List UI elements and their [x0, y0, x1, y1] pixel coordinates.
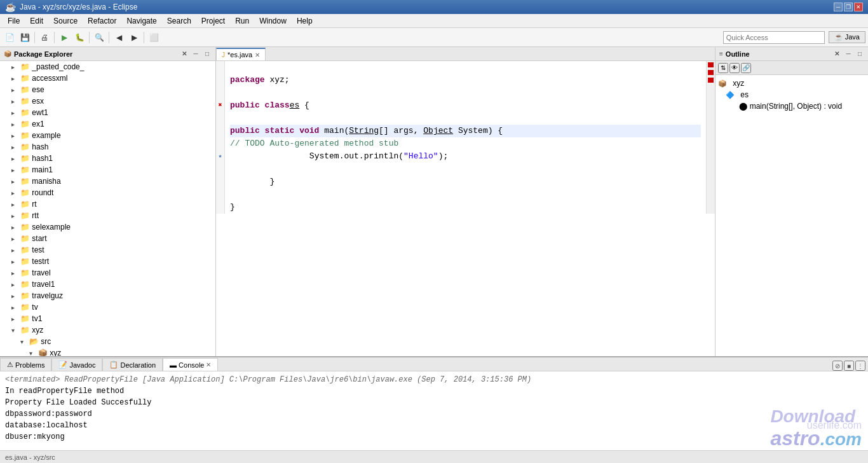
- title-bar-controls[interactable]: ─ ❐ ✕: [834, 3, 863, 11]
- outline-tree[interactable]: 📦 xyz🔷 es ⬤ main(String[], Object) : voi…: [715, 75, 868, 356]
- tree-item[interactable]: ▾📂 src: [0, 336, 215, 347]
- tree-item[interactable]: ▸📁 test: [0, 244, 215, 256]
- restore-button[interactable]: ❐: [844, 3, 853, 11]
- outline-item[interactable]: 📦 xyz: [718, 78, 865, 89]
- menu-search[interactable]: Search: [162, 15, 196, 27]
- package-explorer-tree[interactable]: ▸📁 _pasted_code_▸📁 accessxml▸📁 ese▸📁 esx…: [0, 61, 215, 356]
- close-outline-button[interactable]: ✕: [832, 50, 841, 59]
- code-line[interactable]: package xyz;: [230, 74, 701, 86]
- code-line[interactable]: public static void main(String[] args, O…: [230, 125, 701, 137]
- outline-link-button[interactable]: 🔗: [741, 63, 751, 73]
- editor-tab-es-java[interactable]: J *es.java ✕: [216, 48, 266, 60]
- tree-item[interactable]: ▸📁 _pasted_code_: [0, 61, 215, 73]
- code-line[interactable]: [230, 86, 701, 99]
- back-button[interactable]: ◀: [112, 31, 126, 45]
- toolbar-sep-5: [144, 32, 144, 43]
- tree-item[interactable]: ▸📁 tv: [0, 301, 215, 313]
- console-options-button[interactable]: ⋮: [855, 361, 865, 371]
- tree-item[interactable]: ▸📁 selexample: [0, 221, 215, 233]
- code-line[interactable]: [230, 163, 701, 176]
- save-button[interactable]: 💾: [18, 31, 32, 45]
- code-line[interactable]: [230, 112, 701, 125]
- tree-item[interactable]: ▸📁 main1: [0, 164, 215, 176]
- code-line[interactable]: System.out.println("Hello");: [230, 150, 701, 163]
- tree-item[interactable]: ▸📁 travelguz: [0, 290, 215, 301]
- tree-item[interactable]: ▸📁 travel: [0, 267, 215, 279]
- menu-project[interactable]: Project: [196, 15, 230, 27]
- tree-item[interactable]: ▸📁 testrt: [0, 256, 215, 267]
- menu-help[interactable]: Help: [292, 15, 318, 27]
- editor-content[interactable]: ✖★ package xyz; public class es { public…: [216, 61, 715, 356]
- tree-item[interactable]: ▸📁 ex1: [0, 118, 215, 130]
- console-toolbar: ⊘ ■ ⋮: [832, 361, 868, 371]
- console-close-button[interactable]: ✕: [206, 361, 211, 368]
- menu-file[interactable]: File: [3, 15, 25, 27]
- line-marker: [216, 125, 224, 137]
- tree-item[interactable]: ▸📁 ewt1: [0, 107, 215, 118]
- menu-refactor[interactable]: Refactor: [83, 15, 121, 27]
- tree-item[interactable]: ▸📁 travel1: [0, 279, 215, 290]
- outline-item[interactable]: 🔷 es: [718, 89, 865, 100]
- tree-arrow: ▸: [11, 144, 20, 151]
- tree-item[interactable]: ▸📁 example: [0, 130, 215, 141]
- print-button[interactable]: 🖨: [37, 31, 51, 45]
- search-button[interactable]: 🔍: [92, 31, 106, 45]
- tab-declaration[interactable]: 📋 Declaration: [102, 358, 163, 371]
- tree-item[interactable]: ▸📁 accessxml: [0, 73, 215, 84]
- run-button[interactable]: ▶: [57, 31, 71, 45]
- minimize-outline-button[interactable]: ─: [844, 50, 853, 59]
- package-explorer-title: Package Explorer: [14, 50, 177, 58]
- project-icon: 📁: [20, 326, 30, 335]
- menu-run[interactable]: Run: [230, 15, 254, 27]
- tree-item[interactable]: ▸📁 rt: [0, 198, 215, 210]
- tab-javadoc[interactable]: 📝 Javadoc: [51, 358, 102, 371]
- menu-window[interactable]: Window: [254, 15, 292, 27]
- tree-item[interactable]: ▸📁 esx: [0, 95, 215, 107]
- code-lines[interactable]: package xyz; public class es { public st…: [225, 61, 706, 214]
- clear-console-button[interactable]: ⊘: [832, 361, 843, 371]
- code-line[interactable]: public class es {: [230, 99, 701, 112]
- code-line[interactable]: [230, 188, 701, 201]
- outline-item-label: ⬤ main(String[], Object) : void: [739, 102, 842, 111]
- forward-button[interactable]: ▶: [127, 31, 141, 45]
- maximize-button[interactable]: ⬜: [147, 31, 161, 45]
- tree-arrow: ▾: [20, 338, 29, 345]
- tree-item[interactable]: ▸📁 start: [0, 233, 215, 244]
- code-line[interactable]: }: [230, 176, 701, 188]
- code-line[interactable]: // TODO Auto-generated method stub: [230, 137, 701, 150]
- tab-console[interactable]: ▬ Console ✕: [163, 358, 218, 371]
- tree-item[interactable]: ▾📦 xyz: [0, 347, 215, 356]
- menu-navigate[interactable]: Navigate: [121, 15, 161, 27]
- project-icon: 📁: [20, 223, 30, 232]
- minimize-button[interactable]: ─: [834, 3, 843, 11]
- tab-problems[interactable]: ⚠ Problems: [0, 358, 51, 371]
- tree-item[interactable]: ▸📁 hash: [0, 141, 215, 153]
- close-panel-button[interactable]: ✕: [180, 50, 189, 59]
- new-button[interactable]: 📄: [3, 31, 17, 45]
- minimize-panel-button[interactable]: ─: [191, 50, 200, 59]
- perspective-java-button[interactable]: ☕ Java: [829, 31, 865, 43]
- tree-item[interactable]: ▸📁 rtt: [0, 210, 215, 221]
- maximize-panel-button[interactable]: □: [203, 50, 212, 59]
- outline-item[interactable]: ⬤ main(String[], Object) : void: [718, 100, 865, 112]
- terminate-button[interactable]: ■: [844, 361, 854, 371]
- code-line[interactable]: }: [230, 201, 701, 214]
- tab-close-button[interactable]: ✕: [255, 52, 260, 59]
- maximize-outline-button[interactable]: □: [855, 50, 864, 59]
- menu-source[interactable]: Source: [48, 15, 83, 27]
- menu-edit[interactable]: Edit: [25, 15, 48, 27]
- tree-item-label: xyz: [32, 326, 43, 335]
- tree-item[interactable]: ▸📁 tv1: [0, 313, 215, 324]
- tree-item[interactable]: ▸📁 roundt: [0, 187, 215, 198]
- console-content[interactable]: <terminated> ReadPropertyFile [Java Appl…: [0, 371, 868, 458]
- close-button[interactable]: ✕: [854, 3, 863, 11]
- outline-sort-button[interactable]: ⇅: [718, 63, 728, 73]
- tree-item[interactable]: ▸📁 ese: [0, 84, 215, 95]
- code-line[interactable]: [230, 61, 701, 74]
- quick-access-input[interactable]: [726, 34, 822, 41]
- tree-item[interactable]: ▸📁 manisha: [0, 176, 215, 187]
- outline-hide-button[interactable]: 👁: [729, 63, 740, 73]
- debug-button[interactable]: 🐛: [72, 31, 86, 45]
- tree-item[interactable]: ▸📁 hash1: [0, 153, 215, 164]
- tree-item[interactable]: ▾📁 xyz: [0, 324, 215, 336]
